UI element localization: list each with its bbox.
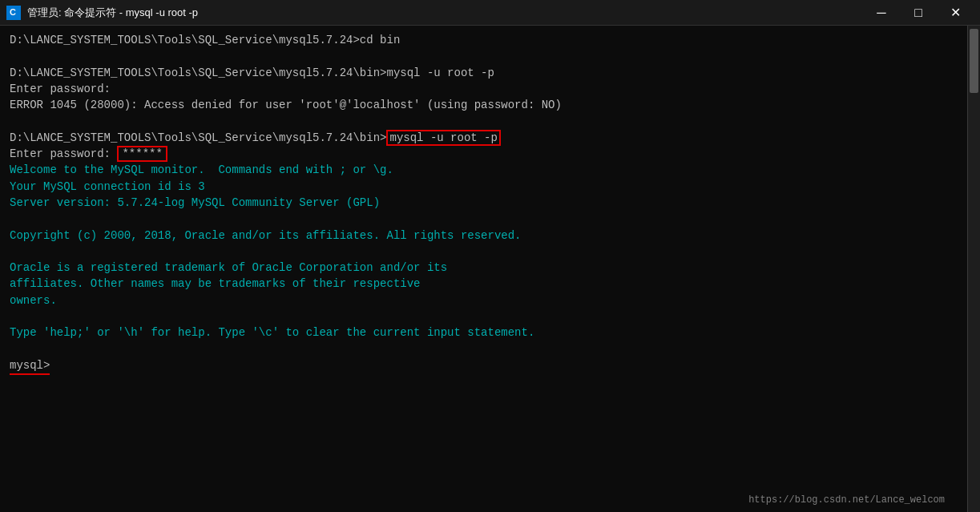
app-icon bbox=[6, 6, 21, 20]
terminal[interactable]: D:\LANCE_SYSTEM_TOOLS\Tools\SQL_Service\… bbox=[0, 26, 967, 512]
title-bar: 管理员: 命令提示符 - mysql -u root -p ─ □ ✕ bbox=[0, 0, 980, 26]
command-highlight: mysql -u root -p bbox=[386, 130, 500, 146]
terminal-line: Oracle is a registered trademark of Orac… bbox=[10, 260, 958, 276]
maximize-button[interactable]: □ bbox=[900, 0, 937, 26]
terminal-prompt: mysql> bbox=[10, 357, 958, 375]
terminal-line: owners. bbox=[10, 292, 958, 308]
close-button[interactable]: ✕ bbox=[937, 0, 974, 26]
window-title: 管理员: 命令提示符 - mysql -u root -p bbox=[27, 6, 863, 20]
terminal-line bbox=[10, 244, 958, 260]
window-controls: ─ □ ✕ bbox=[863, 0, 974, 26]
terminal-line: Type 'help;' or '\h' for help. Type '\c'… bbox=[10, 325, 958, 341]
terminal-line: Welcome to the MySQL monitor. Commands e… bbox=[10, 162, 958, 178]
terminal-line: Enter password: bbox=[10, 81, 958, 97]
window: 管理员: 命令提示符 - mysql -u root -p ─ □ ✕ D:\L… bbox=[0, 0, 980, 512]
terminal-line: affiliates. Other names may be trademark… bbox=[10, 276, 958, 292]
terminal-line: Your MySQL connection id is 3 bbox=[10, 179, 958, 195]
terminal-line-password: Enter password: ****** bbox=[10, 146, 958, 162]
terminal-content: D:\LANCE_SYSTEM_TOOLS\Tools\SQL_Service\… bbox=[10, 32, 958, 375]
terminal-line bbox=[10, 211, 958, 227]
terminal-line: Copyright (c) 2000, 2018, Oracle and/or … bbox=[10, 228, 958, 244]
terminal-line: D:\LANCE_SYSTEM_TOOLS\Tools\SQL_Service\… bbox=[10, 32, 958, 48]
password-highlight: ****** bbox=[117, 146, 167, 162]
terminal-line: Server version: 5.7.24-log MySQL Communi… bbox=[10, 195, 958, 211]
terminal-line: ERROR 1045 (28000): Access denied for us… bbox=[10, 97, 958, 113]
url-text: https://blog.csdn.net/Lance_welcom bbox=[748, 494, 945, 506]
terminal-line-command: D:\LANCE_SYSTEM_TOOLS\Tools\SQL_Service\… bbox=[10, 130, 958, 146]
terminal-line bbox=[10, 308, 958, 325]
terminal-line bbox=[10, 113, 958, 129]
minimize-button[interactable]: ─ bbox=[863, 0, 900, 26]
terminal-line bbox=[10, 48, 958, 64]
terminal-line: D:\LANCE_SYSTEM_TOOLS\Tools\SQL_Service\… bbox=[10, 65, 958, 81]
scrollbar[interactable] bbox=[967, 26, 980, 512]
prompt-text: mysql> bbox=[10, 357, 50, 375]
scrollbar-thumb[interactable] bbox=[970, 29, 978, 93]
window-body: D:\LANCE_SYSTEM_TOOLS\Tools\SQL_Service\… bbox=[0, 26, 980, 512]
terminal-line bbox=[10, 341, 958, 357]
